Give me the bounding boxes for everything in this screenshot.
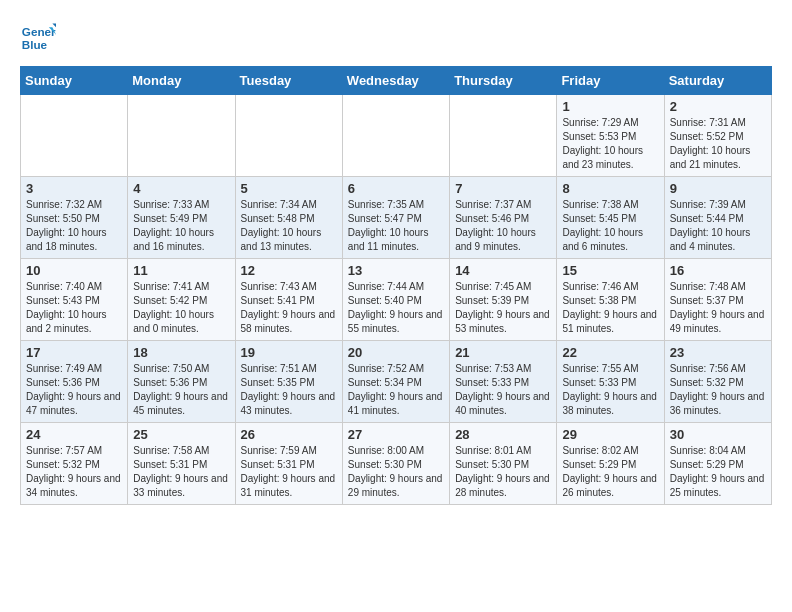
day-number: 7 [455,181,551,196]
day-number: 16 [670,263,766,278]
week-row-1: 1Sunrise: 7:29 AM Sunset: 5:53 PM Daylig… [21,95,772,177]
day-info: Sunrise: 7:55 AM Sunset: 5:33 PM Dayligh… [562,362,658,418]
calendar-cell: 11Sunrise: 7:41 AM Sunset: 5:42 PM Dayli… [128,259,235,341]
day-info: Sunrise: 7:51 AM Sunset: 5:35 PM Dayligh… [241,362,337,418]
day-info: Sunrise: 7:35 AM Sunset: 5:47 PM Dayligh… [348,198,444,254]
calendar-cell: 26Sunrise: 7:59 AM Sunset: 5:31 PM Dayli… [235,423,342,505]
day-number: 10 [26,263,122,278]
day-number: 5 [241,181,337,196]
day-number: 20 [348,345,444,360]
day-number: 11 [133,263,229,278]
calendar-header: SundayMondayTuesdayWednesdayThursdayFrid… [21,67,772,95]
header-day-wednesday: Wednesday [342,67,449,95]
day-info: Sunrise: 7:29 AM Sunset: 5:53 PM Dayligh… [562,116,658,172]
svg-text:Blue: Blue [22,38,48,51]
calendar-cell [342,95,449,177]
day-number: 13 [348,263,444,278]
logo: General Blue [20,20,62,56]
day-info: Sunrise: 7:43 AM Sunset: 5:41 PM Dayligh… [241,280,337,336]
day-number: 4 [133,181,229,196]
page-header: General Blue [20,20,772,56]
day-number: 19 [241,345,337,360]
calendar-cell: 30Sunrise: 8:04 AM Sunset: 5:29 PM Dayli… [664,423,771,505]
calendar-cell: 28Sunrise: 8:01 AM Sunset: 5:30 PM Dayli… [450,423,557,505]
day-info: Sunrise: 7:41 AM Sunset: 5:42 PM Dayligh… [133,280,229,336]
day-number: 24 [26,427,122,442]
day-info: Sunrise: 7:39 AM Sunset: 5:44 PM Dayligh… [670,198,766,254]
calendar-cell: 29Sunrise: 8:02 AM Sunset: 5:29 PM Dayli… [557,423,664,505]
header-day-friday: Friday [557,67,664,95]
header-row: SundayMondayTuesdayWednesdayThursdayFrid… [21,67,772,95]
calendar-cell: 12Sunrise: 7:43 AM Sunset: 5:41 PM Dayli… [235,259,342,341]
calendar-cell: 8Sunrise: 7:38 AM Sunset: 5:45 PM Daylig… [557,177,664,259]
calendar-cell: 24Sunrise: 7:57 AM Sunset: 5:32 PM Dayli… [21,423,128,505]
day-info: Sunrise: 7:31 AM Sunset: 5:52 PM Dayligh… [670,116,766,172]
calendar-cell: 20Sunrise: 7:52 AM Sunset: 5:34 PM Dayli… [342,341,449,423]
day-number: 1 [562,99,658,114]
calendar-cell: 4Sunrise: 7:33 AM Sunset: 5:49 PM Daylig… [128,177,235,259]
day-info: Sunrise: 7:45 AM Sunset: 5:39 PM Dayligh… [455,280,551,336]
header-day-sunday: Sunday [21,67,128,95]
calendar-cell: 6Sunrise: 7:35 AM Sunset: 5:47 PM Daylig… [342,177,449,259]
header-day-monday: Monday [128,67,235,95]
calendar-cell [128,95,235,177]
day-info: Sunrise: 7:34 AM Sunset: 5:48 PM Dayligh… [241,198,337,254]
calendar-cell: 10Sunrise: 7:40 AM Sunset: 5:43 PM Dayli… [21,259,128,341]
day-number: 25 [133,427,229,442]
day-info: Sunrise: 7:53 AM Sunset: 5:33 PM Dayligh… [455,362,551,418]
day-info: Sunrise: 8:01 AM Sunset: 5:30 PM Dayligh… [455,444,551,500]
day-info: Sunrise: 7:52 AM Sunset: 5:34 PM Dayligh… [348,362,444,418]
day-number: 26 [241,427,337,442]
calendar-cell: 14Sunrise: 7:45 AM Sunset: 5:39 PM Dayli… [450,259,557,341]
calendar-cell: 25Sunrise: 7:58 AM Sunset: 5:31 PM Dayli… [128,423,235,505]
calendar-cell: 9Sunrise: 7:39 AM Sunset: 5:44 PM Daylig… [664,177,771,259]
day-info: Sunrise: 7:57 AM Sunset: 5:32 PM Dayligh… [26,444,122,500]
day-info: Sunrise: 7:33 AM Sunset: 5:49 PM Dayligh… [133,198,229,254]
calendar-cell [21,95,128,177]
calendar-cell [235,95,342,177]
calendar-cell: 27Sunrise: 8:00 AM Sunset: 5:30 PM Dayli… [342,423,449,505]
day-number: 18 [133,345,229,360]
day-info: Sunrise: 8:00 AM Sunset: 5:30 PM Dayligh… [348,444,444,500]
day-number: 15 [562,263,658,278]
day-number: 8 [562,181,658,196]
day-number: 28 [455,427,551,442]
day-number: 14 [455,263,551,278]
calendar-cell: 17Sunrise: 7:49 AM Sunset: 5:36 PM Dayli… [21,341,128,423]
day-info: Sunrise: 8:04 AM Sunset: 5:29 PM Dayligh… [670,444,766,500]
day-info: Sunrise: 7:38 AM Sunset: 5:45 PM Dayligh… [562,198,658,254]
day-number: 2 [670,99,766,114]
logo-icon: General Blue [20,20,56,56]
calendar-cell: 18Sunrise: 7:50 AM Sunset: 5:36 PM Dayli… [128,341,235,423]
calendar-cell: 15Sunrise: 7:46 AM Sunset: 5:38 PM Dayli… [557,259,664,341]
calendar-body: 1Sunrise: 7:29 AM Sunset: 5:53 PM Daylig… [21,95,772,505]
day-number: 27 [348,427,444,442]
calendar-cell: 22Sunrise: 7:55 AM Sunset: 5:33 PM Dayli… [557,341,664,423]
week-row-5: 24Sunrise: 7:57 AM Sunset: 5:32 PM Dayli… [21,423,772,505]
day-number: 17 [26,345,122,360]
calendar-cell [450,95,557,177]
week-row-2: 3Sunrise: 7:32 AM Sunset: 5:50 PM Daylig… [21,177,772,259]
day-number: 9 [670,181,766,196]
day-info: Sunrise: 8:02 AM Sunset: 5:29 PM Dayligh… [562,444,658,500]
week-row-4: 17Sunrise: 7:49 AM Sunset: 5:36 PM Dayli… [21,341,772,423]
day-info: Sunrise: 7:58 AM Sunset: 5:31 PM Dayligh… [133,444,229,500]
calendar-cell: 23Sunrise: 7:56 AM Sunset: 5:32 PM Dayli… [664,341,771,423]
day-number: 3 [26,181,122,196]
day-number: 23 [670,345,766,360]
calendar-cell: 5Sunrise: 7:34 AM Sunset: 5:48 PM Daylig… [235,177,342,259]
day-info: Sunrise: 7:48 AM Sunset: 5:37 PM Dayligh… [670,280,766,336]
calendar-cell: 7Sunrise: 7:37 AM Sunset: 5:46 PM Daylig… [450,177,557,259]
svg-text:General: General [22,25,56,38]
day-info: Sunrise: 7:46 AM Sunset: 5:38 PM Dayligh… [562,280,658,336]
day-info: Sunrise: 7:32 AM Sunset: 5:50 PM Dayligh… [26,198,122,254]
calendar-cell: 3Sunrise: 7:32 AM Sunset: 5:50 PM Daylig… [21,177,128,259]
day-number: 21 [455,345,551,360]
calendar-cell: 13Sunrise: 7:44 AM Sunset: 5:40 PM Dayli… [342,259,449,341]
day-info: Sunrise: 7:37 AM Sunset: 5:46 PM Dayligh… [455,198,551,254]
calendar-cell: 2Sunrise: 7:31 AM Sunset: 5:52 PM Daylig… [664,95,771,177]
day-number: 6 [348,181,444,196]
day-info: Sunrise: 7:49 AM Sunset: 5:36 PM Dayligh… [26,362,122,418]
day-info: Sunrise: 7:40 AM Sunset: 5:43 PM Dayligh… [26,280,122,336]
day-number: 12 [241,263,337,278]
